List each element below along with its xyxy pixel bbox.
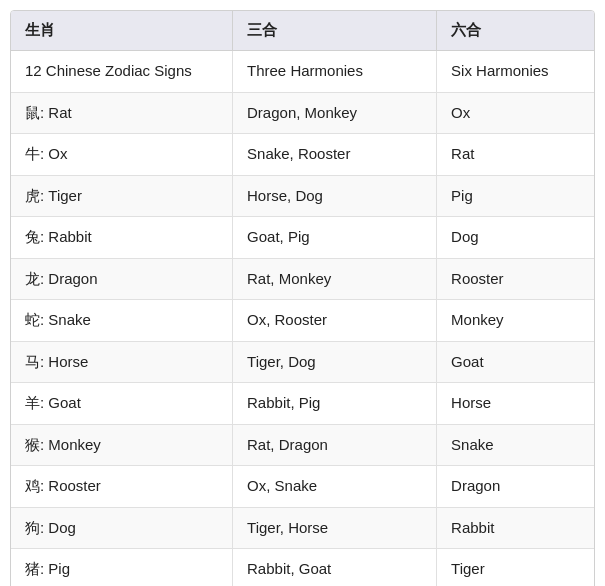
table-row: 兔: RabbitGoat, PigDog	[11, 217, 594, 259]
cell-six: Monkey	[437, 300, 594, 342]
subheader-sign: 12 Chinese Zodiac Signs	[11, 51, 233, 93]
cell-sign: 龙: Dragon	[11, 258, 233, 300]
cell-six: Rat	[437, 134, 594, 176]
cell-three: Ox, Snake	[233, 466, 437, 508]
header-six-harmonies: 六合	[437, 11, 594, 51]
subheader-six: Six Harmonies	[437, 51, 594, 93]
table-row: 猪: PigRabbit, GoatTiger	[11, 549, 594, 587]
cell-three: Tiger, Dog	[233, 341, 437, 383]
table-row: 龙: DragonRat, MonkeyRooster	[11, 258, 594, 300]
cell-sign: 牛: Ox	[11, 134, 233, 176]
cell-six: Dog	[437, 217, 594, 259]
cell-sign: 鸡: Rooster	[11, 466, 233, 508]
cell-three: Goat, Pig	[233, 217, 437, 259]
cell-three: Tiger, Horse	[233, 507, 437, 549]
cell-three: Horse, Dog	[233, 175, 437, 217]
subheader-three: Three Harmonies	[233, 51, 437, 93]
subheader-row: 12 Chinese Zodiac SignsThree HarmoniesSi…	[11, 51, 594, 93]
table-row: 狗: DogTiger, HorseRabbit	[11, 507, 594, 549]
cell-three: Rat, Monkey	[233, 258, 437, 300]
table-row: 羊: GoatRabbit, PigHorse	[11, 383, 594, 425]
cell-six: Tiger	[437, 549, 594, 587]
zodiac-harmonies-table: 生肖 三合 六合 12 Chinese Zodiac SignsThree Ha…	[10, 10, 595, 586]
cell-sign: 猪: Pig	[11, 549, 233, 587]
cell-six: Rabbit	[437, 507, 594, 549]
cell-sign: 猴: Monkey	[11, 424, 233, 466]
cell-sign: 兔: Rabbit	[11, 217, 233, 259]
cell-sign: 狗: Dog	[11, 507, 233, 549]
cell-sign: 马: Horse	[11, 341, 233, 383]
table-row: 鼠: RatDragon, MonkeyOx	[11, 92, 594, 134]
cell-three: Ox, Rooster	[233, 300, 437, 342]
cell-six: Goat	[437, 341, 594, 383]
header-sign: 生肖	[11, 11, 233, 51]
table-row: 马: HorseTiger, DogGoat	[11, 341, 594, 383]
cell-six: Horse	[437, 383, 594, 425]
cell-six: Dragon	[437, 466, 594, 508]
cell-sign: 蛇: Snake	[11, 300, 233, 342]
cell-three: Rabbit, Goat	[233, 549, 437, 587]
cell-sign: 羊: Goat	[11, 383, 233, 425]
cell-six: Snake	[437, 424, 594, 466]
table-row: 鸡: RoosterOx, SnakeDragon	[11, 466, 594, 508]
table-row: 蛇: SnakeOx, RoosterMonkey	[11, 300, 594, 342]
cell-three: Rabbit, Pig	[233, 383, 437, 425]
table-row: 猴: MonkeyRat, DragonSnake	[11, 424, 594, 466]
table-row: 牛: OxSnake, RoosterRat	[11, 134, 594, 176]
header-three-harmonies: 三合	[233, 11, 437, 51]
cell-six: Rooster	[437, 258, 594, 300]
cell-sign: 虎: Tiger	[11, 175, 233, 217]
column-header-row: 生肖 三合 六合	[11, 11, 594, 51]
cell-sign: 鼠: Rat	[11, 92, 233, 134]
cell-six: Ox	[437, 92, 594, 134]
cell-six: Pig	[437, 175, 594, 217]
cell-three: Dragon, Monkey	[233, 92, 437, 134]
cell-three: Rat, Dragon	[233, 424, 437, 466]
cell-three: Snake, Rooster	[233, 134, 437, 176]
table-row: 虎: TigerHorse, DogPig	[11, 175, 594, 217]
